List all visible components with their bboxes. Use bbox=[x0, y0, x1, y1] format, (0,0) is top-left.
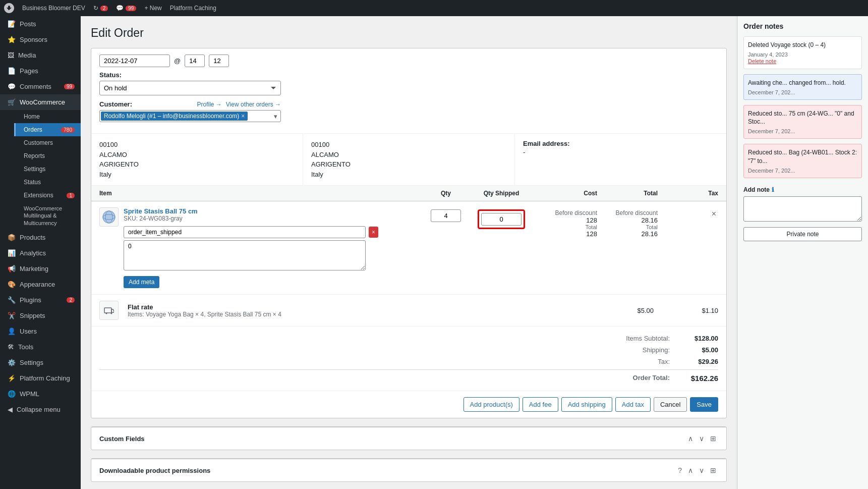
chevron-down-button-2[interactable]: ∨ bbox=[697, 465, 706, 475]
downloadable-permissions-header[interactable]: Downloadable product permissions ? ∧ ∨ ⊞ bbox=[91, 459, 726, 481]
sidebar-item-status[interactable]: Status bbox=[14, 176, 81, 189]
sidebar-item-pages[interactable]: 📄 Pages bbox=[0, 63, 81, 79]
sidebar-item-woocommerce[interactable]: 🛒 WooCommerce bbox=[0, 94, 81, 110]
updates-button[interactable]: ↻ 2 bbox=[93, 5, 108, 12]
tools-icon: 🛠 bbox=[8, 343, 14, 351]
item-total-cell: Before discount 28.16 Total 28.16 bbox=[597, 207, 658, 238]
add-meta-button[interactable]: Add meta bbox=[124, 276, 159, 288]
sidebar-item-label: Settings bbox=[20, 359, 43, 366]
add-note-textarea[interactable] bbox=[743, 196, 862, 222]
sidebar-item-label: Posts bbox=[20, 20, 36, 28]
expand-button-2[interactable]: ⊞ bbox=[708, 465, 718, 475]
sidebar-item-label: Comments bbox=[20, 83, 51, 90]
svg-point-5 bbox=[111, 313, 112, 314]
sidebar-item-label: Collapse menu bbox=[17, 406, 61, 413]
add-shipping-button[interactable]: Add shipping bbox=[561, 397, 612, 412]
cost-before-discount-label: Before discount bbox=[537, 209, 597, 216]
sidebar-item-orders[interactable]: Orders 780 bbox=[14, 123, 81, 136]
help-button[interactable]: ? bbox=[676, 465, 684, 475]
meta-key-input[interactable] bbox=[124, 226, 366, 238]
hour-input[interactable] bbox=[185, 55, 205, 67]
add-products-button[interactable]: Add product(s) bbox=[464, 397, 519, 412]
sidebar-item-users[interactable]: 👤 Users bbox=[0, 323, 81, 339]
addresses-section: 00100 ALCAMO AGRIGENTO Italy 00100 ALCAM… bbox=[91, 134, 726, 186]
delete-note-1[interactable]: Delete note bbox=[748, 58, 776, 64]
add-tax-button[interactable]: Add tax bbox=[615, 397, 651, 412]
sidebar-item-home[interactable]: Home bbox=[14, 110, 81, 123]
sidebar-item-extensions[interactable]: Extensions 1 bbox=[14, 189, 81, 202]
sidebar-item-appearance[interactable]: 🎨 Appearance bbox=[0, 277, 81, 292]
downloadable-permissions-title: Downloadable product permissions bbox=[99, 467, 676, 474]
other-orders-link[interactable]: View other orders → bbox=[226, 101, 281, 108]
sidebar-item-reports[interactable]: Reports bbox=[14, 149, 81, 162]
custom-fields-header[interactable]: Custom Fields ∧ ∨ ⊞ bbox=[91, 427, 726, 450]
subtotal-row: Items Subtotal: $128.00 bbox=[99, 333, 718, 344]
snippets-icon: ✂️ bbox=[8, 312, 16, 319]
save-button[interactable]: Save bbox=[690, 397, 718, 412]
add-note-section: Add note ℹ Private note bbox=[743, 186, 862, 241]
sidebar-item-settings[interactable]: Settings bbox=[14, 162, 81, 176]
remove-meta-button[interactable]: × bbox=[369, 227, 378, 238]
settings-icon: ⚙️ bbox=[8, 359, 16, 366]
item-qty-shipped-cell bbox=[466, 207, 537, 229]
private-note-button[interactable]: Private note bbox=[743, 227, 862, 241]
sidebar-item-wpml[interactable]: 🌐 WPML bbox=[0, 386, 81, 402]
users-icon: 👤 bbox=[8, 328, 16, 335]
chevron-up-button-2[interactable]: ∧ bbox=[686, 465, 695, 475]
profile-link[interactable]: Profile → bbox=[197, 101, 221, 108]
wp-logo[interactable] bbox=[4, 3, 14, 13]
item-name-link[interactable]: Sprite Stasis Ball 75 cm bbox=[124, 207, 198, 215]
minute-input[interactable] bbox=[209, 55, 229, 67]
item-name-wrap: Sprite Stasis Ball 75 cm SKU: 24-WG083-g… bbox=[124, 207, 426, 288]
total-before-discount-value: 28.16 bbox=[597, 216, 658, 224]
chevron-up-button[interactable]: ∧ bbox=[686, 433, 695, 444]
sidebar-item-label: Pages bbox=[20, 67, 38, 75]
col-header-total: Total bbox=[597, 190, 658, 197]
sidebar-item-collapse[interactable]: ◀ Collapse menu bbox=[0, 402, 81, 417]
cost-total-value: 128 bbox=[537, 230, 597, 238]
sidebar-item-comments[interactable]: 💬 Comments 99 bbox=[0, 79, 81, 94]
new-button[interactable]: + New bbox=[144, 5, 161, 12]
sidebar-item-posts[interactable]: 📝 Posts bbox=[0, 16, 81, 32]
meta-value-textarea[interactable]: 0 bbox=[124, 240, 366, 270]
cancel-button[interactable]: Cancel bbox=[654, 397, 687, 412]
sidebar-item-settings-main[interactable]: ⚙️ Settings bbox=[0, 355, 81, 370]
item-sku: SKU: 24-WG083-gray bbox=[124, 215, 426, 222]
sidebar-item-products[interactable]: 📦 Products bbox=[0, 230, 81, 245]
sidebar-item-analytics[interactable]: 📊 Analytics bbox=[0, 245, 81, 261]
pages-icon: 📄 bbox=[8, 67, 16, 75]
sidebar-item-tools[interactable]: 🛠 Tools bbox=[0, 339, 81, 355]
sidebar-item-label: Products bbox=[20, 234, 45, 241]
totals-section: Items Subtotal: $128.00 Shipping: $5.00 … bbox=[91, 327, 726, 391]
sidebar-item-media[interactable]: 🖼 Media bbox=[0, 47, 81, 63]
sidebar-item-snippets[interactable]: ✂️ Snippets bbox=[0, 308, 81, 323]
date-input[interactable] bbox=[99, 55, 170, 67]
sidebar-item-sponsors[interactable]: ⭐ Sponsors bbox=[0, 32, 81, 47]
action-buttons: Add product(s) Add fee Add shipping Add … bbox=[91, 391, 726, 418]
sidebar-item-customers[interactable]: Customers bbox=[14, 136, 81, 149]
sidebar-item-plugins[interactable]: 🔧 Plugins 2 bbox=[0, 292, 81, 308]
sidebar-item-woo-multilingual[interactable]: WooCommerce Multilingual & Multicurrency bbox=[14, 202, 81, 230]
sidebar-item-label: Orders bbox=[24, 126, 42, 133]
add-note-help-icon[interactable]: ℹ bbox=[772, 186, 774, 193]
remove-customer-tag[interactable]: × bbox=[241, 113, 245, 120]
status-select[interactable]: On hold Pending payment Processing Compl… bbox=[99, 81, 281, 95]
status-row: Status: On hold Pending payment Processi… bbox=[99, 71, 718, 95]
remove-item-button[interactable]: × bbox=[710, 209, 718, 219]
item-tax-cell: × bbox=[658, 207, 718, 219]
qty-shipped-input[interactable] bbox=[481, 213, 522, 226]
sidebar-item-platform-caching[interactable]: ⚡ Platform Caching bbox=[0, 370, 81, 386]
col-header-item: Item bbox=[99, 190, 426, 197]
svg-point-0 bbox=[103, 211, 115, 223]
site-name[interactable]: Business Bloomer DEV bbox=[22, 5, 85, 12]
add-fee-button[interactable]: Add fee bbox=[523, 397, 558, 412]
chevron-down-button[interactable]: ∨ bbox=[697, 433, 706, 444]
sidebar-item-label: Extensions bbox=[24, 192, 53, 199]
sidebar-item-label: WooCommerce bbox=[20, 98, 65, 106]
expand-button[interactable]: ⊞ bbox=[708, 433, 718, 444]
customer-label: Customer: bbox=[99, 100, 132, 108]
qty-input[interactable] bbox=[431, 209, 461, 222]
sidebar-item-marketing[interactable]: 📢 Marketing bbox=[0, 261, 81, 277]
platform-caching-button[interactable]: Platform Caching bbox=[170, 5, 216, 12]
comments-button[interactable]: 💬 99 bbox=[116, 5, 136, 12]
